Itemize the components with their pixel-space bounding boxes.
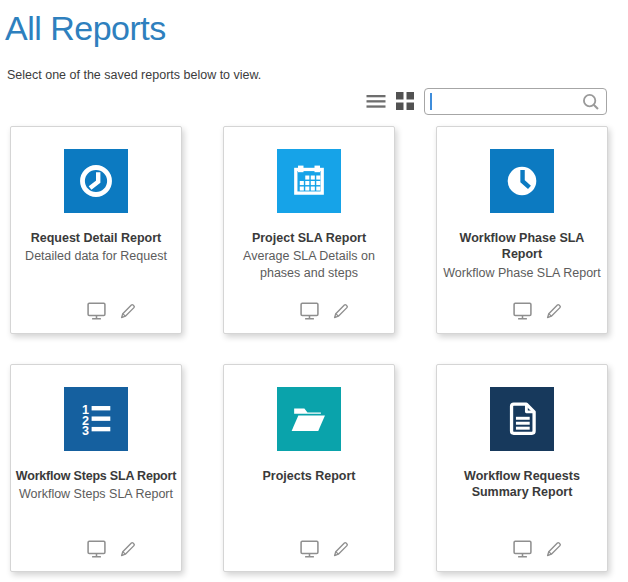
clock-outline-icon (64, 149, 128, 213)
edit-report-icon[interactable] (330, 538, 352, 560)
view-report-icon[interactable] (511, 538, 534, 560)
report-card-workflow-phase-sla[interactable]: Workflow Phase SLA Report Workflow Phase… (436, 126, 608, 334)
search-box (424, 88, 607, 115)
card-actions (27, 538, 197, 560)
card-actions (27, 300, 197, 322)
list-view-icon[interactable] (366, 93, 386, 110)
report-title: Workflow Phase SLA Report (452, 230, 592, 263)
report-card-projects[interactable]: Projects Report (223, 364, 395, 572)
svg-text:3: 3 (82, 424, 89, 438)
view-report-icon[interactable] (511, 300, 534, 322)
report-subtitle: Workflow Phase SLA Report (437, 265, 607, 282)
document-icon (490, 387, 554, 451)
card-actions (453, 300, 623, 322)
report-card-workflow-steps-sla[interactable]: 1 2 3 Workflow Steps SLA Report Workflow… (10, 364, 182, 572)
view-report-icon[interactable] (85, 538, 108, 560)
report-card-workflow-requests-summary[interactable]: Workflow Requests Summary Report (436, 364, 608, 572)
report-subtitle: Average SLA Details on phases and steps (224, 248, 394, 282)
view-report-icon[interactable] (298, 300, 321, 322)
numbered-list-icon: 1 2 3 (64, 387, 128, 451)
clock-solid-icon (490, 149, 554, 213)
page-header: All Reports Select one of the saved repo… (0, 0, 628, 82)
page-title: All Reports (5, 8, 628, 48)
report-card-request-detail[interactable]: Request Detail Report Detailed data for … (10, 126, 182, 334)
report-card-project-sla[interactable]: Project SLA Report Average SLA Details o… (223, 126, 395, 334)
report-title: Workflow Steps SLA Report (11, 468, 181, 484)
card-actions (240, 538, 410, 560)
view-report-icon[interactable] (298, 538, 321, 560)
edit-report-icon[interactable] (330, 300, 352, 322)
report-subtitle: Workflow Steps SLA Report (11, 486, 181, 503)
folder-open-icon (277, 387, 341, 451)
report-title: Workflow Requests Summary Report (437, 468, 607, 501)
card-actions (240, 300, 410, 322)
search-icon[interactable] (580, 91, 602, 117)
edit-report-icon[interactable] (543, 538, 565, 560)
search-input[interactable] (425, 89, 606, 114)
view-report-icon[interactable] (85, 300, 108, 322)
report-title: Project SLA Report (224, 230, 394, 246)
text-caret (430, 93, 432, 110)
grid-view-icon[interactable] (396, 92, 414, 110)
report-subtitle: Detailed data for Request (11, 248, 181, 265)
edit-report-icon[interactable] (117, 300, 139, 322)
edit-report-icon[interactable] (543, 300, 565, 322)
edit-report-icon[interactable] (117, 538, 139, 560)
report-title: Projects Report (224, 468, 394, 484)
toolbar (0, 87, 607, 115)
report-title: Request Detail Report (11, 230, 181, 246)
calendar-icon (277, 149, 341, 213)
card-actions (453, 538, 623, 560)
reports-grid: Request Detail Report Detailed data for … (10, 126, 628, 572)
page-subtitle: Select one of the saved reports below to… (7, 68, 628, 82)
